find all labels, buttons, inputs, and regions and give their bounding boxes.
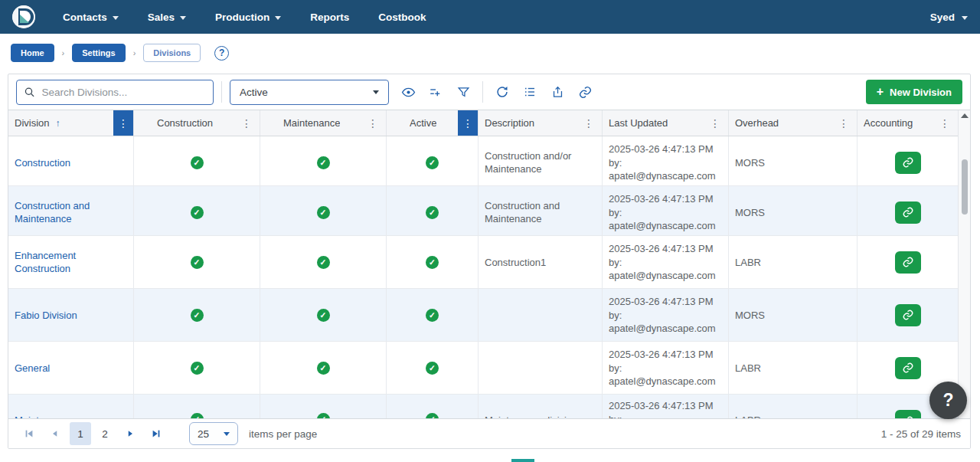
active-check-icon: ✓ — [426, 156, 439, 169]
breadcrumb: Home›Settings›Divisions ? — [0, 34, 980, 72]
maintenance-check-icon: ✓ — [317, 362, 330, 375]
description-text: Construction and Maintenance — [485, 199, 596, 226]
column-header-construction[interactable]: Construction⋮ — [134, 110, 260, 136]
nav-menu-label: Contacts — [63, 11, 107, 23]
division-link[interactable]: Construction — [15, 156, 70, 170]
column-header-accounting[interactable]: Accounting⋮ — [858, 110, 958, 136]
column-header-overhead[interactable]: Overhead⋮ — [729, 110, 858, 136]
overhead-text: MORS — [735, 206, 765, 220]
table-row: General✓✓✓2025-03-26 4:47:13 PMby:apatel… — [8, 342, 958, 395]
refresh-icon[interactable] — [494, 84, 511, 100]
column-menu-icon[interactable]: ⋮ — [364, 110, 381, 136]
column-header-maintenance[interactable]: Maintenance⋮ — [260, 110, 387, 136]
page-number-2[interactable]: 2 — [94, 422, 116, 445]
nav-menu-costbook[interactable]: Costbook — [378, 11, 426, 23]
user-menu[interactable]: Syed — [930, 11, 968, 23]
construction-check-icon: ✓ — [191, 309, 204, 322]
scrollbar-thumb[interactable] — [962, 159, 968, 215]
filter-funnel-icon[interactable] — [455, 84, 472, 100]
copy-link-icon[interactable] — [577, 84, 593, 100]
division-link[interactable]: Construction and Maintenance — [15, 199, 127, 226]
chevron-down-icon — [962, 16, 968, 20]
last-updated-line: by: — [609, 206, 716, 220]
nav-menu-sales[interactable]: Sales — [148, 11, 186, 23]
column-menu-icon[interactable]: ⋮ — [458, 110, 478, 136]
division-link[interactable]: Enhancement Construction — [15, 249, 127, 276]
column-header-last-updated[interactable]: Last Updated⋮ — [603, 110, 729, 136]
maintenance-check-icon: ✓ — [317, 309, 330, 322]
toolbar-divider — [482, 81, 483, 103]
nav-menu-contacts[interactable]: Contacts — [63, 11, 119, 23]
add-column-icon[interactable] — [427, 84, 444, 100]
page-size-value: 25 — [198, 428, 209, 440]
construction-check-icon: ✓ — [191, 362, 204, 375]
search-input[interactable] — [42, 87, 205, 98]
accounting-link-button[interactable] — [895, 357, 921, 379]
user-name: Syed — [930, 11, 955, 23]
last-updated-line: 2025-03-26 4:47:13 PM — [609, 242, 716, 256]
column-menu-icon[interactable]: ⋮ — [580, 110, 597, 136]
construction-check-icon: ✓ — [191, 156, 204, 169]
maintenance-check-icon: ✓ — [317, 256, 330, 269]
first-page-button[interactable] — [18, 422, 41, 445]
nav-menu-reports[interactable]: Reports — [310, 11, 349, 23]
visibility-eye-icon[interactable] — [400, 84, 416, 100]
last-updated-text: 2025-03-26 4:47:13 PMby:apatel@dynascape… — [609, 242, 716, 283]
grid-header: Division↑⋮Construction⋮Maintenance⋮Activ… — [8, 110, 958, 136]
accounting-link-button[interactable] — [895, 152, 921, 174]
last-updated-line: by: — [609, 413, 716, 418]
breadcrumb-item-settings[interactable]: Settings — [72, 44, 125, 62]
accounting-link-button[interactable] — [895, 251, 921, 274]
new-division-button[interactable]: + New Division — [866, 80, 962, 104]
last-updated-line: 2025-03-26 4:47:13 PM — [609, 399, 716, 413]
breadcrumb-item-home[interactable]: Home — [11, 44, 54, 62]
dynascape-logo-icon[interactable] — [12, 5, 35, 28]
status-filter-select[interactable]: Active — [230, 80, 389, 105]
last-updated-line: 2025-03-26 4:47:13 PM — [609, 348, 716, 362]
chevron-down-icon — [180, 16, 186, 20]
next-page-button[interactable] — [119, 422, 142, 445]
previous-page-button[interactable] — [44, 422, 67, 445]
breadcrumb-item-divisions[interactable]: Divisions — [143, 44, 201, 62]
vertical-scrollbar[interactable] — [958, 110, 970, 418]
link-icon — [902, 256, 914, 268]
overhead-text: LABR — [735, 256, 761, 270]
link-icon — [902, 309, 914, 321]
floating-help-button[interactable]: ? — [929, 382, 967, 419]
grid-body: Construction✓✓✓Construction and/or Maint… — [8, 136, 958, 418]
help-icon[interactable]: ? — [214, 46, 229, 61]
active-check-icon: ✓ — [426, 413, 439, 418]
column-menu-icon[interactable]: ⋮ — [707, 110, 724, 136]
active-check-icon: ✓ — [426, 206, 439, 219]
table-row: Maintenance✓✓✓Maintenance division2025-0… — [8, 395, 958, 418]
column-header-active[interactable]: Active⋮ — [387, 110, 479, 136]
list-view-icon[interactable] — [521, 84, 538, 100]
division-link[interactable]: General — [15, 362, 50, 375]
link-icon — [902, 362, 914, 374]
column-header-division[interactable]: Division↑⋮ — [8, 110, 134, 136]
items-per-page-label: items per page — [249, 428, 317, 440]
last-updated-line: 2025-03-26 4:47:13 PM — [609, 295, 716, 309]
column-menu-icon[interactable]: ⋮ — [835, 110, 852, 136]
export-share-icon[interactable] — [549, 84, 566, 100]
nav-menu-label: Production — [215, 11, 270, 23]
nav-menu-production[interactable]: Production — [215, 11, 281, 23]
scroll-up-icon[interactable] — [961, 113, 969, 118]
column-menu-icon[interactable]: ⋮ — [936, 110, 953, 136]
accounting-link-button[interactable] — [895, 410, 921, 418]
active-check-icon: ✓ — [426, 362, 439, 375]
column-menu-icon[interactable]: ⋮ — [238, 110, 255, 136]
column-header-description[interactable]: Description⋮ — [479, 110, 603, 136]
accounting-link-button[interactable] — [895, 202, 921, 224]
accounting-link-button[interactable] — [895, 304, 921, 326]
last-updated-line: by: — [609, 362, 716, 375]
table-row: Enhancement Construction✓✓✓Construction1… — [8, 236, 958, 289]
column-menu-icon[interactable]: ⋮ — [113, 110, 133, 136]
plus-icon: + — [877, 85, 884, 99]
toolbar-divider — [221, 81, 222, 103]
last-page-button[interactable] — [145, 422, 168, 445]
chevron-down-icon — [373, 90, 379, 94]
division-link[interactable]: Fabio Division — [15, 309, 77, 323]
page-number-1[interactable]: 1 — [70, 422, 91, 445]
page-size-select[interactable]: 25 — [189, 422, 238, 445]
